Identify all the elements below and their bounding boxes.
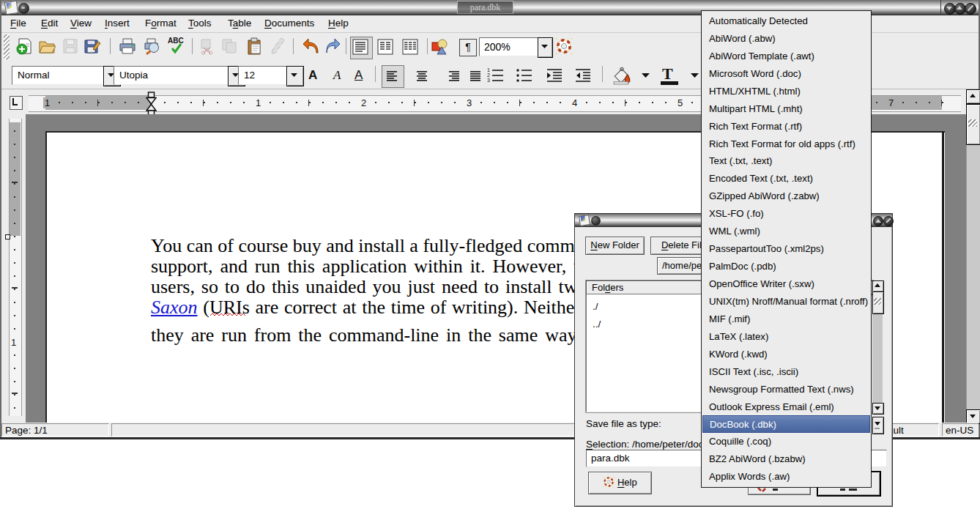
svg-text:ABC: ABC bbox=[168, 37, 184, 45]
svg-text:1: 1 bbox=[487, 67, 490, 73]
svg-text:2: 2 bbox=[487, 73, 490, 78]
svg-text:3: 3 bbox=[487, 78, 490, 83]
